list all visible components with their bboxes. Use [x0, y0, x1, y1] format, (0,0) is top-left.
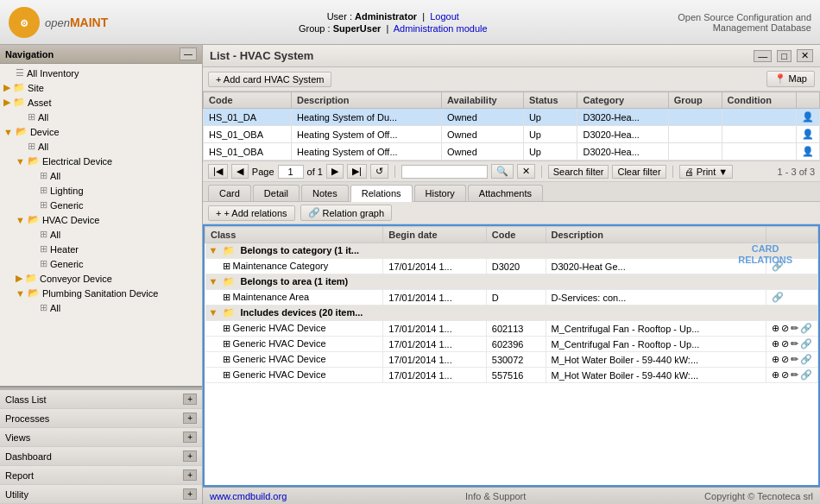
rel-code: 602396 [486, 337, 546, 352]
relation-group-row[interactable]: ▼ 📁 Includes devices (20 item... [205, 306, 818, 321]
sidebar-collapse-button[interactable]: — [180, 47, 197, 60]
group-label: Group : [299, 23, 331, 34]
col-code: Code [204, 92, 292, 109]
cell-avail: Owned [442, 126, 524, 143]
tab-card[interactable]: Card [208, 185, 251, 201]
sidebar-item-hvac-all[interactable]: ⊞ All [0, 227, 202, 242]
report-expand-button[interactable]: + [183, 469, 197, 481]
sidebar-item-lighting[interactable]: ⊞ Lighting [0, 183, 202, 198]
sidebar-item-plumb-all[interactable]: ⊞ All [0, 300, 202, 315]
tab-relations[interactable]: Relations [350, 185, 413, 202]
admin-module-link[interactable]: Administration module [394, 23, 488, 34]
sidebar-item-label: All [50, 171, 60, 181]
svg-text:⚙: ⚙ [20, 18, 28, 28]
relation-group-row[interactable]: ▼ 📁 Belongs to category (1 it... [205, 243, 818, 259]
cell-desc: Heating System of Off... [292, 143, 442, 161]
action-icon-2[interactable]: ⊘ [781, 354, 789, 365]
relation-item-row[interactable]: ⊞ Generic HVAC Device 17/01/2014 1... 53… [205, 352, 818, 368]
relation-group-row[interactable]: ▼ 📁 Belongs to area (1 item) [205, 274, 818, 290]
cell-cat: D3020-Hea... [577, 109, 668, 126]
relation-graph-button[interactable]: 🔗 Relation graph [300, 205, 393, 221]
sidebar-item-hvac-generic[interactable]: ⊞ Generic [0, 256, 202, 271]
sidebar-item-elec-all[interactable]: ⊞ All [0, 168, 202, 183]
sidebar-nav[interactable]: ☰ All Inventory ▶ 📁 Site ▶ 📁 Asset ⊞ All… [0, 64, 202, 386]
sidebar-item-site[interactable]: ▶ 📁 Site [0, 80, 202, 95]
refresh-button[interactable]: ↺ [370, 164, 388, 179]
sidebar-item-all-inventory[interactable]: ☰ All Inventory [0, 66, 202, 80]
sidebar-bottom-views[interactable]: Views + [0, 428, 202, 447]
sidebar-item-plumbing[interactable]: ▼ 📂 Plumbing Sanitation Device [0, 286, 202, 300]
sidebar-item-heater[interactable]: ⊞ Heater [0, 242, 202, 256]
window-minimize-icon[interactable]: — [754, 50, 772, 62]
sidebar-bottom-utility[interactable]: Utility + [0, 485, 202, 504]
logout-link[interactable]: Logout [430, 11, 459, 22]
sidebar-bottom-processes[interactable]: Processes + [0, 409, 202, 428]
sidebar-bottom-report[interactable]: Report + [0, 466, 202, 485]
page-number-input[interactable] [278, 165, 304, 179]
search-filter-button[interactable]: Search filter [548, 165, 609, 179]
sidebar-item-device-all[interactable]: ⊞ All [0, 139, 202, 154]
tab-history[interactable]: History [414, 185, 466, 201]
window-close-icon[interactable]: ✕ [797, 49, 813, 62]
sidebar-bottom-class-list[interactable]: Class List + [0, 390, 202, 409]
relation-graph-label: Relation graph [323, 208, 385, 218]
tab-detail[interactable]: Detail [253, 185, 300, 201]
next-page-button[interactable]: ▶ [326, 164, 344, 179]
action-icon-1[interactable]: ⊕ [772, 369, 779, 381]
class-list-expand-button[interactable]: + [183, 394, 197, 405]
relation-item-row[interactable]: ⊞ Generic HVAC Device 17/01/2014 1... 60… [205, 337, 818, 352]
sidebar-bottom-dashboard[interactable]: Dashboard + [0, 447, 202, 466]
table-row[interactable]: HS_01_DA Heating System of Du... Owned U… [204, 109, 820, 126]
window-maximize-icon[interactable]: □ [777, 50, 792, 62]
data-table-wrapper: Code Description Availability Status Cat… [203, 91, 820, 161]
relation-item-row[interactable]: ⊞ Maintenance Category 17/01/2014 1... D… [205, 259, 818, 274]
dashboard-expand-button[interactable]: + [183, 450, 197, 462]
clear-filter-button[interactable]: Clear filter [612, 165, 665, 179]
action-icon-3[interactable]: ✏ [791, 369, 798, 381]
action-icon-1[interactable]: ⊕ [772, 323, 779, 334]
add-card-button[interactable]: + Add card HVAC System [208, 72, 331, 87]
relation-item-row[interactable]: ⊞ Generic HVAC Device 17/01/2014 1... 55… [205, 368, 818, 383]
processes-expand-button[interactable]: + [183, 413, 197, 424]
action-icon-2[interactable]: ⊘ [781, 323, 789, 334]
grid-icon: ⊞ [40, 170, 47, 181]
action-icon-3[interactable]: ✏ [791, 338, 798, 350]
search-button[interactable]: 🔍 [491, 164, 514, 179]
tab-notes[interactable]: Notes [301, 185, 349, 201]
action-icon-1[interactable]: ⊕ [772, 354, 779, 365]
action-icon-2[interactable]: ⊘ [781, 338, 789, 350]
print-button[interactable]: 🖨 Print ▼ [679, 165, 734, 179]
last-page-button[interactable]: ▶| [347, 164, 367, 179]
utility-expand-button[interactable]: + [183, 488, 197, 500]
relation-item-row[interactable]: ⊞ Generic HVAC Device 17/01/2014 1... 60… [205, 321, 818, 337]
tab-attachments[interactable]: Attachments [468, 185, 543, 201]
prev-page-button[interactable]: ◀ [231, 164, 249, 179]
add-relations-button[interactable]: + + Add relations [208, 205, 295, 221]
site-link[interactable]: www.cmdbuild.org [210, 491, 287, 501]
sidebar-item-asset[interactable]: ▶ 📁 Asset [0, 95, 202, 110]
sidebar-item-elec-generic[interactable]: ⊞ Generic [0, 198, 202, 212]
clear-search-button[interactable]: ✕ [517, 164, 535, 179]
action-icon-3[interactable]: ✏ [791, 354, 798, 365]
list-header: List - HVAC System — □ ✕ [203, 45, 820, 67]
sidebar-item-asset-all[interactable]: ⊞ All [0, 110, 202, 124]
search-input[interactable] [401, 165, 488, 179]
dashboard-label: Dashboard [5, 451, 52, 462]
group-label: Includes devices (20 item... [241, 307, 363, 318]
table-row[interactable]: HS_01_OBA Heating System of Off... Owned… [204, 126, 820, 143]
group-label: Belongs to category (1 it... [241, 245, 360, 255]
sidebar-item-label: Asset [28, 98, 52, 108]
sidebar-item-electrical-device[interactable]: ▼ 📂 Electrical Device [0, 154, 202, 168]
first-page-button[interactable]: |◀ [208, 164, 228, 179]
rel-actions: 🔗 [766, 259, 818, 274]
sidebar-item-conveyor[interactable]: ▶ 📁 Conveyor Device [0, 271, 202, 286]
action-icon-3[interactable]: ✏ [791, 323, 798, 334]
relation-item-row[interactable]: ⊞ Maintenance Area 17/01/2014 1... D D-S… [205, 290, 818, 306]
action-icon-1[interactable]: ⊕ [772, 338, 779, 350]
sidebar-item-device[interactable]: ▼ 📂 Device [0, 124, 202, 139]
map-button[interactable]: 📍 Map [766, 71, 815, 87]
table-row[interactable]: HS_01_OBA Heating System of Off... Owned… [204, 143, 820, 161]
sidebar-item-hvac-device[interactable]: ▼ 📂 HVAC Device [0, 212, 202, 227]
action-icon-2[interactable]: ⊘ [781, 369, 789, 381]
views-expand-button[interactable]: + [183, 432, 197, 443]
